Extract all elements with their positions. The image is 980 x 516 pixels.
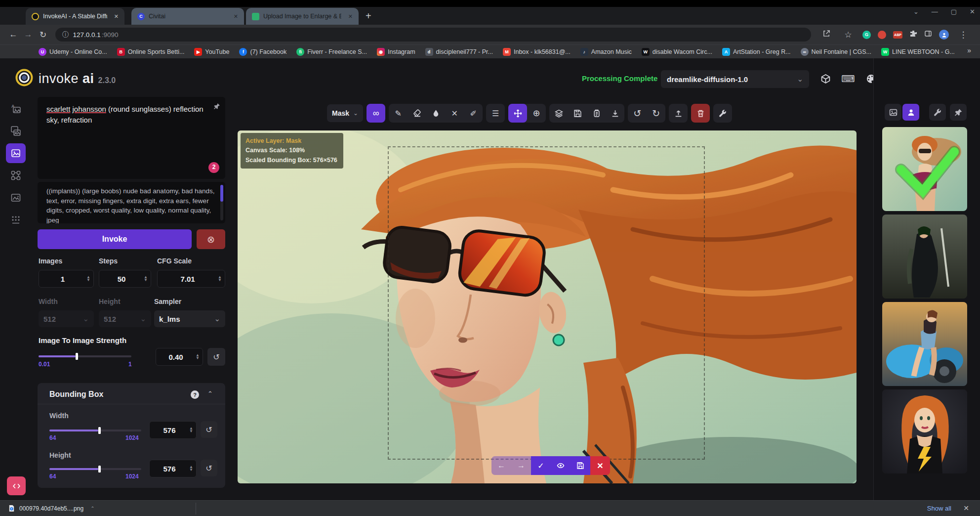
slider-handle[interactable] (98, 466, 101, 473)
save-to-gallery-button[interactable] (568, 104, 587, 123)
reset-view-button[interactable]: ⊕ (527, 104, 546, 123)
tab-unified-canvas[interactable] (6, 143, 26, 163)
gallery-thumbnail-3[interactable] (882, 302, 967, 386)
bookmark-item[interactable]: AArtStation - Greg R... (722, 48, 791, 56)
tab-close-icon[interactable]: ✕ (234, 13, 238, 20)
clear-canvas-button[interactable] (691, 104, 710, 123)
gallery-thumbnail-2[interactable] (882, 215, 967, 299)
close-window-button[interactable]: ✕ (970, 8, 975, 15)
bookmark-item[interactable]: ▶YouTube (194, 48, 229, 56)
profile-avatar[interactable] (939, 30, 949, 40)
tab-close-icon[interactable]: ✕ (114, 13, 119, 20)
bookmark-item[interactable]: UUdemy - Online Co... (39, 48, 107, 56)
undo-button[interactable]: ↺ (628, 104, 647, 123)
grammarly-extension-icon[interactable]: G (862, 31, 871, 39)
merge-visible-button[interactable] (549, 104, 568, 123)
bookmark-item[interactable]: f(7) Facebook (239, 48, 286, 56)
browser-menu-icon[interactable]: ⋮ (956, 30, 971, 40)
redo-button[interactable]: ↻ (647, 104, 665, 123)
bookmarks-overflow-icon[interactable]: » (967, 46, 971, 54)
negative-prompt-input[interactable]: ((implants)) (large boobs) nude bad anat… (38, 182, 225, 223)
tab-post-processing[interactable] (6, 188, 26, 208)
side-panel-icon[interactable] (924, 30, 932, 40)
console-toggle-button[interactable] (7, 476, 26, 495)
canvas-settings-button[interactable] (713, 104, 732, 123)
gallery-settings-button[interactable] (929, 104, 946, 121)
scrollbar-thumb[interactable] (220, 185, 223, 202)
share-icon[interactable] (819, 30, 834, 40)
tab-text-to-image[interactable]: A (6, 99, 26, 119)
bookmark-item[interactable]: ◉Instagram (377, 48, 415, 56)
stepper-icons[interactable]: ▲▼ (86, 276, 90, 282)
gallery-thumbnail-1-selected[interactable] (882, 127, 967, 211)
reload-icon[interactable]: ↻ (36, 30, 50, 40)
width-select[interactable]: 512⌄ (39, 310, 94, 327)
pin-icon[interactable] (213, 102, 220, 113)
collapse-chevron-icon[interactable]: ⌃ (207, 390, 213, 397)
chevron-up-icon[interactable]: ⌃ (90, 506, 94, 511)
show-hide-preview-button[interactable] (551, 456, 571, 475)
eraser-tool-button[interactable] (408, 104, 426, 123)
cfg-scale-input[interactable]: 7.01 ▲▼ (157, 270, 225, 288)
erase-bounding-box-button[interactable]: ✕ (445, 104, 464, 123)
bookmark-item[interactable]: ddiscipleneil777 - Pr... (425, 48, 493, 56)
bookmark-item[interactable]: WLINE WEBTOON - G... (881, 48, 955, 56)
tab-nodes[interactable] (6, 166, 26, 185)
copy-to-clipboard-button[interactable] (587, 104, 606, 123)
adblock-extension-icon[interactable]: ABP (893, 31, 902, 39)
bookmark-star-icon[interactable]: ☆ (841, 30, 856, 40)
gallery-thumbnail-4[interactable] (882, 389, 967, 473)
fill-bounding-box-button[interactable] (426, 104, 445, 123)
bbox-width-slider[interactable] (49, 430, 141, 431)
maximize-button[interactable]: ▢ (951, 8, 957, 15)
bbox-width-reset-button[interactable]: ↺ (201, 421, 217, 438)
close-downloads-bar-icon[interactable]: ✕ (963, 504, 969, 512)
tab-training[interactable] (6, 210, 26, 230)
next-image-button[interactable]: → (511, 456, 531, 475)
minimize-button[interactable]: — (932, 8, 938, 15)
extension-icon[interactable] (878, 31, 886, 39)
back-icon[interactable]: ← (6, 30, 21, 40)
tab-image-to-image[interactable] (6, 121, 26, 141)
browser-tab-invokeai[interactable]: InvokeAI - A Stable Diffusion Too ✕ (26, 8, 124, 25)
stepper-icons[interactable]: ▲▼ (189, 427, 193, 433)
download-item[interactable]: 000979.40d74eb5....png ⌃ (8, 505, 95, 512)
bookmark-item[interactable]: Wdisable Wacom Circ... (642, 48, 712, 56)
stepper-icons[interactable]: ▲▼ (189, 466, 193, 472)
bookmark-item[interactable]: MInbox - klk56831@... (503, 48, 571, 56)
enable-mask-button[interactable]: ∞ (367, 104, 385, 123)
download-image-button[interactable] (606, 104, 624, 123)
prompt-input[interactable]: scarlett johansson (round sunglasses) re… (38, 97, 225, 179)
browser-tab-civitai[interactable]: C Civitai ✕ (131, 8, 244, 25)
bookmark-item[interactable]: fiFiverr - Freelance S... (296, 48, 367, 56)
forward-icon[interactable]: → (21, 30, 36, 40)
browser-tab-upload-image[interactable]: Upload Image to Enlarge & Enha ✕ (246, 8, 359, 25)
move-tool-button[interactable] (508, 104, 527, 123)
images-input[interactable]: 1 ▲▼ (39, 270, 94, 288)
strength-slider[interactable] (39, 355, 131, 357)
stepper-icons[interactable]: ▲▼ (144, 276, 148, 282)
tab-search-icon[interactable]: ⌄ (913, 8, 919, 15)
brush-tool-button[interactable]: ✎ (389, 104, 408, 123)
accept-image-button[interactable]: ✓ (531, 456, 551, 475)
bookmark-item[interactable]: BOnline Sports Betti... (117, 48, 185, 56)
stepper-icons[interactable]: ▲▼ (218, 276, 222, 282)
bbox-height-slider[interactable] (49, 468, 141, 470)
discard-image-button[interactable]: ✕ (590, 456, 610, 475)
invoke-button[interactable]: Invoke (38, 229, 192, 249)
bounding-box-selection[interactable] (388, 146, 705, 460)
model-manager-icon[interactable] (819, 72, 832, 85)
bookmark-item[interactable]: ∞Neil Fontaine | CGS... (801, 48, 871, 56)
slider-handle[interactable] (98, 427, 101, 434)
help-icon[interactable]: ? (191, 390, 199, 399)
bbox-height-reset-button[interactable]: ↺ (201, 460, 217, 476)
steps-input[interactable]: 50 ▲▼ (99, 270, 151, 288)
color-picker-button[interactable]: ✐ (464, 104, 483, 123)
bbox-width-input[interactable]: 576 ▲▼ (149, 421, 197, 439)
sampler-select[interactable]: k_lms⌄ (154, 310, 225, 327)
gallery-results-toggle[interactable] (902, 104, 919, 121)
strength-reset-button[interactable]: ↺ (207, 348, 225, 366)
slider-handle[interactable] (76, 353, 78, 360)
address-bar[interactable]: ⓘ 127.0.0.1:9090 (55, 28, 811, 42)
strength-input[interactable]: 0.40 ▲▼ (156, 348, 203, 366)
